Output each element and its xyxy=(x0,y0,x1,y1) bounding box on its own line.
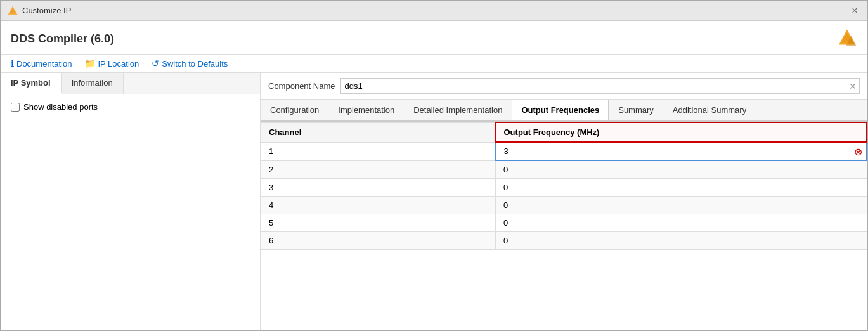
content-tab-detailed_implementation[interactable]: Detailed Implementation xyxy=(404,100,512,120)
frequency-input-clear-icon[interactable]: ⊗ xyxy=(854,145,862,157)
table-row: 1⊗ xyxy=(261,142,867,160)
content-tab-additional_summary[interactable]: Additional Summary xyxy=(663,100,756,120)
frequencies-table: Channel Output Frequency (MHz) 1⊗2030405… xyxy=(261,122,867,250)
table-row: 20 xyxy=(261,160,867,179)
app-title-row: DDS Compiler (6.0) xyxy=(11,29,857,49)
table-row: 60 xyxy=(261,232,867,250)
ip-location-link[interactable]: 📁 IP Location xyxy=(84,58,139,68)
show-disabled-ports-checkbox[interactable] xyxy=(11,103,20,112)
frequency-cell: 0 xyxy=(496,232,867,250)
app-title-text: DDS Compiler (6.0) xyxy=(11,32,114,46)
left-content: Show disabled ports xyxy=(1,94,260,119)
frequency-cell: 0 xyxy=(496,160,867,179)
window-title: Customize IP xyxy=(22,6,71,15)
ip-location-label: IP Location xyxy=(98,59,139,68)
component-name-input[interactable] xyxy=(341,79,847,93)
table-area: Channel Output Frequency (MHz) 1⊗2030405… xyxy=(261,122,867,330)
channel-cell: 4 xyxy=(261,197,496,214)
channel-cell: 2 xyxy=(261,160,496,179)
info-icon: ℹ xyxy=(11,58,14,68)
content-tab-implementation[interactable]: Implementation xyxy=(328,100,404,120)
channel-cell: 6 xyxy=(261,232,496,250)
refresh-icon: ↺ xyxy=(152,58,159,68)
frequency-header: Output Frequency (MHz) xyxy=(496,122,867,142)
right-panel: Component Name ✕ ConfigurationImplementa… xyxy=(261,73,867,330)
brand-logo-icon xyxy=(837,29,857,49)
toolbar: ℹ Documentation 📁 IP Location ↺ Switch t… xyxy=(1,55,867,73)
documentation-label: Documentation xyxy=(16,59,72,68)
channel-header: Channel xyxy=(261,122,496,142)
frequency-cell: 0 xyxy=(496,179,867,197)
title-bar-left: Customize IP xyxy=(7,5,71,16)
table-row: 40 xyxy=(261,197,867,214)
content-tabs: ConfigurationImplementationDetailed Impl… xyxy=(261,100,867,122)
content-tab-output_frequencies[interactable]: Output Frequencies xyxy=(512,100,609,122)
tab-ip-symbol[interactable]: IP Symbol xyxy=(1,73,62,94)
main-area: IP Symbol Information Show disabled port… xyxy=(1,73,867,330)
channel-cell: 5 xyxy=(261,214,496,232)
folder-icon: 📁 xyxy=(84,58,95,68)
left-panel: IP Symbol Information Show disabled port… xyxy=(1,73,261,330)
frequency-cell: 0 xyxy=(496,197,867,214)
app-logo-icon xyxy=(7,5,18,16)
show-disabled-ports-row: Show disabled ports xyxy=(11,102,250,112)
content-tab-configuration[interactable]: Configuration xyxy=(261,100,328,120)
table-row: 50 xyxy=(261,214,867,232)
component-name-row: Component Name ✕ xyxy=(261,73,867,100)
frequency-cell: 0 xyxy=(496,214,867,232)
component-name-clear-icon[interactable]: ✕ xyxy=(846,80,859,93)
channel-cell: 3 xyxy=(261,179,496,197)
channel-cell: 1 xyxy=(261,142,496,160)
table-row: 30 xyxy=(261,179,867,197)
switch-to-defaults-label: Switch to Defaults xyxy=(162,59,228,68)
frequency-input[interactable] xyxy=(496,143,867,160)
show-disabled-ports-label: Show disabled ports xyxy=(23,102,98,112)
switch-to-defaults-link[interactable]: ↺ Switch to Defaults xyxy=(152,58,228,68)
content-tab-summary[interactable]: Summary xyxy=(609,100,663,120)
frequency-cell: ⊗ xyxy=(496,142,867,160)
tab-information[interactable]: Information xyxy=(62,73,124,94)
component-name-label: Component Name xyxy=(268,81,335,91)
component-name-input-wrap: ✕ xyxy=(340,78,860,94)
title-bar: Customize IP × xyxy=(1,1,867,21)
main-window: Customize IP × DDS Compiler (6.0) ℹ Docu… xyxy=(0,0,868,331)
left-tabs: IP Symbol Information xyxy=(1,73,260,94)
app-header: DDS Compiler (6.0) xyxy=(1,21,867,55)
close-button[interactable]: × xyxy=(848,4,861,17)
documentation-link[interactable]: ℹ Documentation xyxy=(11,58,72,68)
